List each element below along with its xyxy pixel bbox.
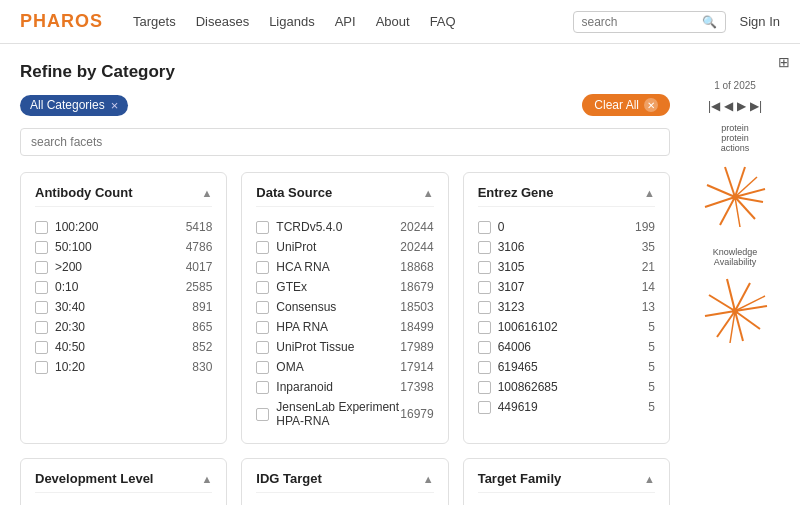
facet-checkbox[interactable] [256, 361, 269, 374]
facet-checkbox[interactable] [256, 321, 269, 334]
facet-grid: Antibody Count ▲ 100:200 5418 50:100 478… [20, 172, 670, 505]
facet-count: 5 [648, 320, 655, 334]
nav-diseases[interactable]: Diseases [196, 14, 249, 29]
chart-protein-actions: proteinproteinactions [690, 123, 790, 237]
list-item: GTEx 18679 [256, 277, 433, 297]
facet-label: UniProt Tissue [276, 340, 354, 354]
facet-entrez-gene-header: Entrez Gene ▲ [478, 185, 655, 207]
badge-close-icon[interactable]: × [111, 98, 119, 113]
chevron-up-icon-dl[interactable]: ▲ [201, 473, 212, 485]
facet-label: 3106 [498, 240, 525, 254]
facet-checkbox[interactable] [35, 281, 48, 294]
facet-row-left: Inparanoid [256, 380, 333, 394]
list-item: 40:50 852 [35, 337, 212, 357]
facet-checkbox[interactable] [478, 221, 491, 234]
facet-label: 100862685 [498, 380, 558, 394]
chevron-up-icon-eg[interactable]: ▲ [644, 187, 655, 199]
clear-all-button[interactable]: Clear All ✕ [582, 94, 670, 116]
facet-label: 50:100 [55, 240, 92, 254]
chevron-up-icon-idg[interactable]: ▲ [423, 473, 434, 485]
facet-row-left: OMA [256, 360, 303, 374]
facet-row-left: 449619 [478, 400, 538, 414]
facet-label: GTEx [276, 280, 307, 294]
facet-label: HCA RNA [276, 260, 329, 274]
facet-checkbox[interactable] [35, 341, 48, 354]
chart-label-1: proteinproteinactions [690, 123, 790, 153]
facet-checkbox[interactable] [35, 301, 48, 314]
left-panel: Refine by Category All Categories × Clea… [0, 44, 690, 505]
facet-checkbox[interactable] [35, 241, 48, 254]
chevron-up-icon-tf[interactable]: ▲ [644, 473, 655, 485]
facet-checkbox[interactable] [478, 241, 491, 254]
facet-count: 199 [635, 220, 655, 234]
facet-checkbox[interactable] [478, 321, 491, 334]
page-last-button[interactable]: ▶| [750, 99, 762, 113]
facet-idg-target: IDG Target ▲ TCRD:20133 1 TCRD:2440 1 [241, 458, 448, 505]
nav-ligands[interactable]: Ligands [269, 14, 315, 29]
facet-count: 891 [192, 300, 212, 314]
chevron-up-icon-ds[interactable]: ▲ [423, 187, 434, 199]
navbar: PHAROS Targets Diseases Ligands API Abou… [0, 0, 800, 44]
facet-target-family-title: Target Family [478, 471, 562, 486]
page-prev-button[interactable]: ◀ [724, 99, 733, 113]
facet-checkbox[interactable] [35, 221, 48, 234]
facet-checkbox[interactable] [256, 301, 269, 314]
facet-checkbox[interactable] [478, 401, 491, 414]
search-box[interactable]: 🔍 [573, 11, 726, 33]
facet-row-left: 50:100 [35, 240, 92, 254]
nav-api[interactable]: API [335, 14, 356, 29]
facet-checkbox[interactable] [256, 241, 269, 254]
facet-checkbox[interactable] [478, 281, 491, 294]
facet-label: 20:30 [55, 320, 85, 334]
right-panel: ✕ ⊞ 1 of 2025 |◀ ◀ ▶ ▶| proteinproteinac… [690, 44, 800, 505]
page-next-button[interactable]: ▶ [737, 99, 746, 113]
facet-checkbox[interactable] [256, 381, 269, 394]
page-first-button[interactable]: |◀ [708, 99, 720, 113]
list-item: 3123 13 [478, 297, 655, 317]
list-item: 449619 5 [478, 397, 655, 417]
starburst-2 [695, 271, 775, 351]
chevron-up-icon[interactable]: ▲ [201, 187, 212, 199]
facet-count: 5 [648, 360, 655, 374]
facet-checkbox[interactable] [256, 408, 269, 421]
nav-targets[interactable]: Targets [133, 14, 176, 29]
facet-count: 14 [642, 280, 655, 294]
grid-icon[interactable]: ⊞ [690, 54, 790, 70]
facet-count: 4017 [186, 260, 213, 274]
nav-faq[interactable]: FAQ [430, 14, 456, 29]
facet-label: 3105 [498, 260, 525, 274]
all-categories-badge[interactable]: All Categories × [20, 95, 128, 116]
facet-checkbox[interactable] [35, 361, 48, 374]
search-facets-input[interactable] [20, 128, 670, 156]
search-input[interactable] [582, 15, 702, 29]
list-item: UniProt Tissue 17989 [256, 337, 433, 357]
facet-checkbox[interactable] [478, 261, 491, 274]
signin-button[interactable]: Sign In [740, 14, 780, 29]
facet-checkbox[interactable] [256, 261, 269, 274]
facet-checkbox[interactable] [35, 321, 48, 334]
facet-row-left: HCA RNA [256, 260, 329, 274]
facet-entrez-gene-title: Entrez Gene [478, 185, 554, 200]
facet-checkbox[interactable] [256, 341, 269, 354]
facet-label: 449619 [498, 400, 538, 414]
facet-antibody-count: Antibody Count ▲ 100:200 5418 50:100 478… [20, 172, 227, 444]
facet-checkbox[interactable] [478, 341, 491, 354]
facet-data-source-title: Data Source [256, 185, 332, 200]
facet-checkbox[interactable] [478, 361, 491, 374]
svg-line-15 [705, 311, 735, 316]
facet-checkbox[interactable] [256, 221, 269, 234]
facet-checkbox[interactable] [256, 281, 269, 294]
facet-checkbox[interactable] [35, 261, 48, 274]
antibody-count-rows: 100:200 5418 50:100 4786 >200 4017 0:1 [35, 217, 212, 377]
facet-count: 13 [642, 300, 655, 314]
facet-checkbox[interactable] [478, 301, 491, 314]
nav-about[interactable]: About [376, 14, 410, 29]
list-item: UniProt 20244 [256, 237, 433, 257]
facet-label: 30:40 [55, 300, 85, 314]
facet-count: 20244 [400, 220, 433, 234]
facet-label: Consensus [276, 300, 336, 314]
data-source-rows: TCRDv5.4.0 20244 UniProt 20244 HCA RNA 1… [256, 217, 433, 431]
facet-row-left: 20:30 [35, 320, 85, 334]
facet-checkbox[interactable] [478, 381, 491, 394]
facet-count: 2585 [186, 280, 213, 294]
